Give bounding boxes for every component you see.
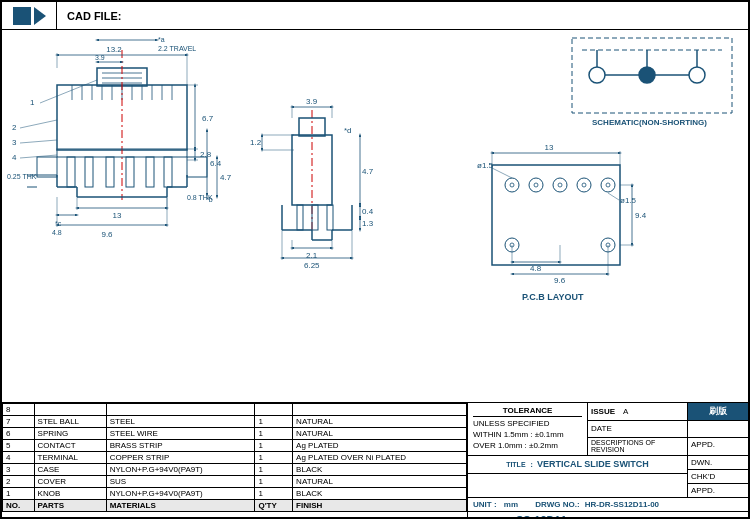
drawing-area: 13.2 6.7 2.8 13 [2, 30, 748, 402]
bom-cell-no: 3 [3, 464, 35, 476]
svg-point-124 [558, 183, 562, 187]
bom-cell-fin: Ag PLATED OVER Ni PLATED [293, 452, 467, 464]
bom-cell-mat: STEEL [106, 416, 255, 428]
tolerance-line2: WITHIN 1.5mm : ±0.1mm [473, 429, 582, 440]
unit-row: UNIT : mm DRWG NO.: HR-DR-SS12D11-00 [473, 500, 659, 509]
bom-h-qty: Q'TY [255, 500, 293, 512]
svg-point-155 [639, 67, 655, 83]
bom-cell-fin [293, 404, 467, 416]
dwg-label: DRWG NO.: [535, 500, 579, 509]
svg-point-128 [606, 183, 610, 187]
bom-cell-mat: BRASS STRIP [106, 440, 255, 452]
bom-cell-fin: NATURAL [293, 428, 467, 440]
unit-value: mm [504, 500, 518, 509]
chkd-label: CHK'D [691, 472, 715, 481]
bom-cell-parts: COVER [34, 476, 106, 488]
bom-cell-mat: NYLON+P.G+94V0(PA9T) [106, 464, 255, 476]
bom-row-6: 6 SPRING STEEL WIRE 1 NATURAL [3, 428, 467, 440]
bom-cell-parts [34, 404, 106, 416]
svg-text:3.9: 3.9 [306, 97, 318, 106]
bom-row-5: 5 CONTACT BRASS STRIP 1 Ag PLATED [3, 440, 467, 452]
bom-cell-qty: 1 [255, 416, 293, 428]
logo-square [13, 7, 31, 25]
svg-rect-118 [492, 165, 620, 265]
svg-text:1.3: 1.3 [362, 219, 374, 228]
bom-cell-no: 1 [3, 488, 35, 500]
bom-row-7: 7 STEL BALL STEEL 1 NATURAL [3, 416, 467, 428]
svg-text:4.7: 4.7 [220, 173, 232, 182]
svg-text:4.8: 4.8 [52, 229, 62, 236]
issue-label: ISSUE [591, 407, 615, 416]
svg-text:3.9: 3.9 [95, 54, 105, 61]
svg-text:ø1.5: ø1.5 [477, 161, 494, 170]
desc-label: DESCRIPTIONS OF REVISION [591, 439, 684, 453]
svg-text:6.25: 6.25 [304, 261, 320, 270]
scale-value: 3 : 1 [622, 515, 638, 517]
svg-point-121 [529, 178, 543, 192]
title-value: VERTICAL SLIDE SWITCH [537, 459, 649, 469]
svg-text:2.2 TRAVEL: 2.2 TRAVEL [158, 45, 196, 52]
header-cad: CAD FILE: [57, 2, 748, 29]
svg-text:*c: *c [55, 220, 62, 227]
svg-rect-86 [327, 205, 333, 230]
svg-point-125 [577, 178, 591, 192]
bom-cell-fin: BLACK [293, 488, 467, 500]
svg-text:9.6: 9.6 [101, 230, 113, 239]
bom-row-8: 8 [3, 404, 467, 416]
svg-point-123 [553, 178, 567, 192]
scale-row: SCALE: 3 : 1 [587, 515, 638, 517]
bom-cell-no: 6 [3, 428, 35, 440]
date-label: DATE [591, 424, 612, 433]
svg-rect-27 [164, 157, 172, 187]
unit-label: UNIT : [473, 500, 497, 509]
bom-row-2: 2 COVER SUS 1 NATURAL [3, 476, 467, 488]
svg-line-142 [492, 168, 512, 178]
dwg-value: HR-DR-SS12D11-00 [585, 500, 659, 509]
svg-text:13.2: 13.2 [106, 45, 122, 54]
bom-cell-parts: SPRING [34, 428, 106, 440]
svg-text:13: 13 [113, 211, 122, 220]
bom-h-fin: FINISH [293, 500, 467, 512]
bom-cell-qty: 1 [255, 488, 293, 500]
model-value: SS-12D11 [516, 514, 567, 517]
bom-cell-qty: 1 [255, 428, 293, 440]
bom-cell-mat [106, 404, 255, 416]
bom-cell-mat: NYLON+P.G+94V0(PA9T) [106, 488, 255, 500]
main-container: CAD FILE: [0, 0, 750, 519]
svg-text:4.7: 4.7 [362, 167, 374, 176]
bom-cell-qty [255, 404, 293, 416]
tolerance-line3: OVER 1.0mm : ±0.2mm [473, 440, 582, 451]
bom-h-parts: PARTS [34, 500, 106, 512]
bom-cell-qty: 1 [255, 452, 293, 464]
title-main: TITLE ： VERTICAL SLIDE SWITCH [468, 456, 687, 474]
svg-point-156 [689, 67, 705, 83]
tolerance-title: TOLERANCE [473, 406, 582, 417]
bom-cell-no: 4 [3, 452, 35, 464]
logo-arrow [34, 7, 46, 25]
svg-rect-22 [67, 157, 75, 187]
svg-point-126 [582, 183, 586, 187]
right-info-section: TOLERANCE UNLESS SPECIFIED WITHIN 1.5mm … [468, 403, 748, 517]
bom-cell-parts: CONTACT [34, 440, 106, 452]
svg-text:*a: *a [158, 36, 165, 43]
svg-text:0.8 THK: 0.8 THK [187, 194, 213, 201]
header: CAD FILE: [2, 2, 748, 30]
model-row: MODEL: SS-12D11 [473, 514, 567, 517]
svg-point-120 [510, 183, 514, 187]
svg-point-119 [505, 178, 519, 192]
bom-cell-fin: BLACK [293, 464, 467, 476]
bom-cell-parts: STEL BALL [34, 416, 106, 428]
svg-line-61 [40, 80, 97, 103]
bom-row-3: 3 CASE NYLON+P.G+94V0(PA9T) 1 BLACK [3, 464, 467, 476]
svg-text:ø1.5: ø1.5 [620, 196, 637, 205]
bom-cell-mat: SUS [106, 476, 255, 488]
bom-cell-parts: CASE [34, 464, 106, 476]
bom-cell-parts: TERMINAL [34, 452, 106, 464]
svg-line-144 [608, 193, 619, 200]
svg-rect-26 [146, 157, 154, 187]
svg-rect-24 [106, 157, 114, 187]
bom-cell-no: 2 [3, 476, 35, 488]
svg-text:1: 1 [30, 98, 35, 107]
issue-value: A [623, 407, 628, 416]
scale-label: SCALE: [587, 515, 617, 517]
